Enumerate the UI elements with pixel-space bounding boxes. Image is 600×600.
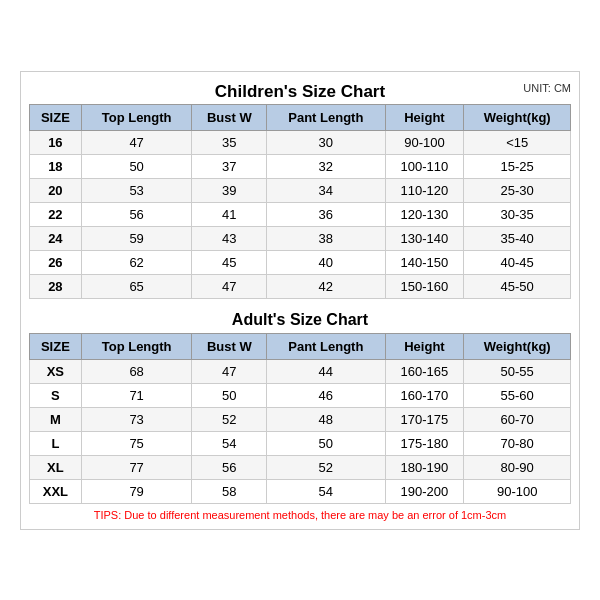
table-row: M735248170-17560-70 — [30, 407, 571, 431]
adults-header-row: SIZE Top Length Bust W Pant Length Heigh… — [30, 333, 571, 359]
children-col-weight: Weight(kg) — [464, 104, 571, 130]
table-row: 20533934110-12025-30 — [30, 178, 571, 202]
table-row: 1647353090-100<15 — [30, 130, 571, 154]
children-col-size: SIZE — [30, 104, 82, 130]
adults-title: Adult's Size Chart — [29, 303, 571, 333]
table-row: XXL795854190-20090-100 — [30, 479, 571, 503]
children-title-text: Children's Size Chart — [215, 82, 385, 101]
children-col-height: Height — [385, 104, 464, 130]
table-row: 28654742150-16045-50 — [30, 274, 571, 298]
adults-col-size: SIZE — [30, 333, 82, 359]
adults-col-height: Height — [385, 333, 464, 359]
tips-text: TIPS: Due to different measurement metho… — [29, 509, 571, 521]
table-row: L755450175-18070-80 — [30, 431, 571, 455]
adults-col-top-length: Top Length — [81, 333, 192, 359]
children-col-pant-length: Pant Length — [267, 104, 385, 130]
table-row: 18503732100-11015-25 — [30, 154, 571, 178]
children-col-bust: Bust W — [192, 104, 267, 130]
adults-col-pant-length: Pant Length — [267, 333, 385, 359]
unit-label: UNIT: CM — [523, 82, 571, 94]
table-row: XS684744160-16550-55 — [30, 359, 571, 383]
children-col-top-length: Top Length — [81, 104, 192, 130]
adults-table: SIZE Top Length Bust W Pant Length Heigh… — [29, 333, 571, 504]
children-title: Children's Size Chart UNIT: CM — [29, 82, 571, 102]
chart-container: Children's Size Chart UNIT: CM SIZE Top … — [20, 71, 580, 530]
table-row: XL775652180-19080-90 — [30, 455, 571, 479]
children-table: SIZE Top Length Bust W Pant Length Heigh… — [29, 104, 571, 299]
adults-col-weight: Weight(kg) — [464, 333, 571, 359]
children-header-row: SIZE Top Length Bust W Pant Length Heigh… — [30, 104, 571, 130]
table-row: S715046160-17055-60 — [30, 383, 571, 407]
table-row: 22564136120-13030-35 — [30, 202, 571, 226]
table-row: 26624540140-15040-45 — [30, 250, 571, 274]
table-row: 24594338130-14035-40 — [30, 226, 571, 250]
adults-col-bust: Bust W — [192, 333, 267, 359]
